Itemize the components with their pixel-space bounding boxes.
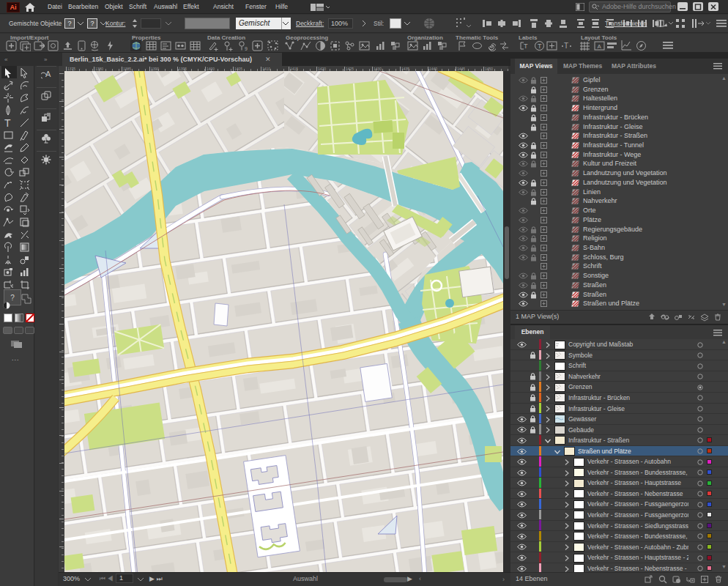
svg-text:1380: 1380 [95,67,103,71]
svg-text:1385: 1385 [123,67,131,71]
svg-text:9: 9 [245,46,248,51]
svg-text:1445: 1445 [457,67,465,71]
svg-text:1420: 1420 [318,67,326,71]
svg-text:T: T [538,42,542,50]
svg-text:1405: 1405 [234,67,242,71]
svg-text:1410: 1410 [262,67,270,71]
svg-text:T: T [524,42,528,50]
svg-text:A: A [598,43,602,50]
svg-text:1390: 1390 [151,67,159,71]
svg-text:1450: 1450 [485,67,493,71]
svg-text:1435: 1435 [401,67,409,71]
svg-text:1395: 1395 [179,67,187,71]
svg-text:1375: 1375 [67,67,75,71]
svg-text:1415: 1415 [290,67,298,71]
svg-text:T: T [4,117,11,128]
svg-text:1430: 1430 [374,67,382,71]
svg-text:1440: 1440 [429,67,437,71]
svg-text:1425: 1425 [346,67,354,71]
svg-text:1400: 1400 [207,67,215,71]
svg-text:T: T [564,42,568,50]
svg-text:A: A [45,70,51,78]
